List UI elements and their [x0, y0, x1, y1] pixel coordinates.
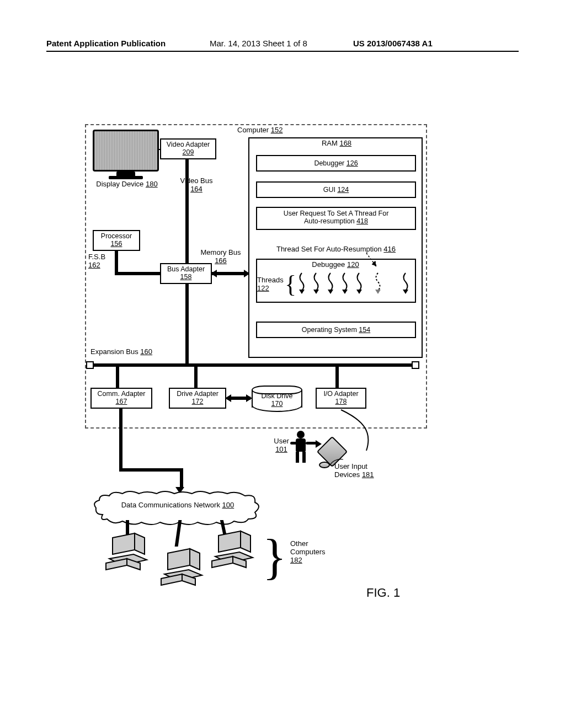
- brace-icon: }: [263, 532, 278, 582]
- svg-marker-9: [135, 533, 145, 554]
- page-header-left: Patent Application Publication: [46, 39, 166, 48]
- ram-num: 168: [339, 139, 351, 147]
- comm-adapter-box: Comm. Adapter167: [90, 388, 152, 409]
- thread-icon: [326, 272, 335, 294]
- thread-icon: [401, 272, 411, 294]
- svg-marker-13: [168, 549, 190, 570]
- memory-bus-line: [212, 272, 247, 275]
- computer-num: 152: [271, 126, 283, 134]
- threads-num: 122: [257, 284, 269, 292]
- display-device-icon: [93, 130, 159, 172]
- pointer-to-thread-icon: [365, 252, 382, 272]
- svg-marker-6: [403, 290, 408, 294]
- memory-bus-title: Memory Bus: [201, 248, 241, 256]
- other-computers-num: 182: [290, 556, 302, 564]
- thread-icon: [354, 272, 364, 294]
- svg-marker-4: [356, 290, 362, 294]
- video-bus-line: [185, 159, 189, 263]
- display-device-num: 180: [146, 180, 158, 188]
- computer-icon: [102, 532, 152, 572]
- mouse-icon: [319, 462, 330, 468]
- network-title: Data Communications Network: [121, 501, 220, 509]
- expansion-bus-line: [90, 363, 416, 367]
- debugger-box: Debugger 126: [256, 155, 416, 172]
- expansion-bus-title: Expansion Bus: [90, 347, 138, 356]
- debuggee-title: Debuggee: [312, 260, 345, 269]
- processor-box: Processor156: [93, 230, 140, 251]
- video-adapter-box: Video Adapter209: [160, 138, 216, 159]
- page-header-right: US 2013/0067438 A1: [353, 39, 433, 48]
- io-adapter-connector: [340, 409, 384, 453]
- header-rule: [46, 51, 519, 52]
- display-device-title: Display Device: [96, 180, 143, 188]
- thread-icon: [311, 272, 321, 294]
- svg-marker-8: [113, 533, 135, 554]
- other-computers-title-2: Computers: [290, 548, 326, 556]
- memory-bus-num: 166: [215, 256, 227, 265]
- gui-box: GUI 124: [256, 181, 416, 198]
- svg-marker-11: [106, 559, 127, 570]
- bus-adapter-box: Bus Adapter158: [160, 263, 212, 284]
- svg-marker-5: [375, 290, 381, 294]
- io-adapter-box: I/O Adapter178: [316, 388, 366, 409]
- video-bus-num: 164: [190, 185, 202, 193]
- user-input-devices-title: User Input: [334, 462, 367, 470]
- thread-icon: [340, 272, 350, 294]
- computer-icon: [157, 548, 207, 587]
- svg-marker-3: [342, 290, 348, 294]
- user-input-devices-num: 181: [362, 470, 374, 479]
- thread-icon: [297, 272, 307, 294]
- disk-drive-icon: Disk Drive170: [252, 386, 302, 412]
- os-box: Operating System 154: [256, 322, 416, 338]
- drive-adapter-box: Drive Adapter172: [169, 388, 226, 409]
- computer-title: Computer: [237, 126, 269, 134]
- svg-marker-21: [212, 556, 233, 568]
- computer-icon: [207, 530, 258, 570]
- figure-label: FIG. 1: [366, 586, 400, 600]
- debuggee-num: 120: [347, 260, 359, 269]
- svg-marker-16: [161, 574, 182, 585]
- expansion-bus-num: 160: [140, 347, 152, 356]
- user-title: User: [274, 437, 289, 445]
- thread-set-num: 416: [383, 245, 396, 253]
- svg-marker-0: [299, 290, 305, 294]
- user-num: 101: [275, 445, 287, 453]
- network-num: 100: [222, 501, 234, 509]
- thread-icon-dashed: [373, 272, 383, 294]
- other-computers-title-1: Other: [290, 539, 308, 548]
- page-header-mid: Mar. 14, 2013 Sheet 1 of 8: [210, 39, 307, 48]
- svg-marker-14: [190, 549, 200, 570]
- svg-marker-1: [313, 290, 319, 294]
- user-request-box: User Request To Set A Thread ForAuto-res…: [256, 207, 416, 230]
- fsb-num: 162: [88, 261, 100, 269]
- svg-marker-19: [241, 531, 250, 552]
- svg-marker-18: [218, 531, 241, 552]
- threads-title: Threads: [257, 276, 284, 284]
- fsb-title: F.S.B: [88, 253, 105, 261]
- ram-title: RAM: [322, 139, 338, 147]
- svg-marker-2: [328, 290, 333, 294]
